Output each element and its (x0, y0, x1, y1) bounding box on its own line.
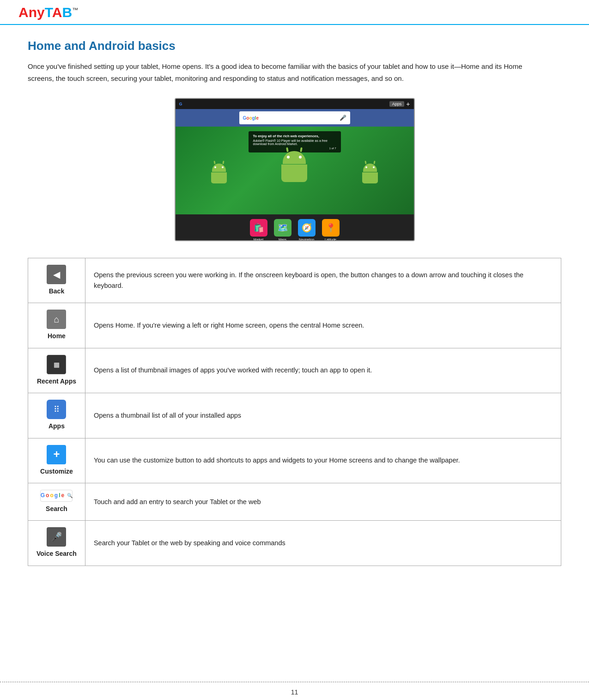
feature-table: ◀ Back Opens the previous screen you wer… (28, 258, 561, 566)
app-icon-maps: 🗺️ Maps (274, 219, 291, 241)
plus-icon: + (406, 100, 410, 108)
voice-search-icon: 🎤 (47, 527, 66, 547)
recent-apps-description: Opens a list of thumbnail images of apps… (85, 348, 561, 393)
apps-button-status: Apps (389, 101, 405, 107)
android-robot-center (276, 151, 313, 195)
table-row: ⠿ Apps Opens a thumbnail list of all of … (28, 393, 561, 438)
back-label: Back (36, 286, 77, 296)
recent-apps-icon: ▦ (47, 355, 66, 374)
market-label: Market (254, 238, 263, 241)
voice-search-description: Search your Tablet or the web by speakin… (85, 521, 561, 566)
icon-cell-voice-search: 🎤 Voice Search (28, 521, 85, 566)
header: AnyTAB™ (0, 0, 589, 25)
search-area: Google 🎤 (176, 109, 414, 127)
table-row: ▦ Recent Apps Opens a list of thumbnail … (28, 348, 561, 393)
screenshot-container: G Apps + Google 🎤 To (28, 98, 561, 241)
screenshot-image: G Apps + Google 🎤 To (175, 98, 415, 241)
logo: AnyTAB™ (18, 5, 78, 20)
icon-cell-recent-apps: ▦ Recent Apps (28, 348, 85, 393)
main-content: Home and Android basics Once you've fini… (0, 25, 589, 603)
home-icon: ⌂ (47, 310, 66, 329)
google-logo-small: G (179, 102, 182, 106)
notif-body: Adobe® Flash® 10 Player will be availabl… (253, 139, 336, 146)
home-label: Home (36, 331, 77, 341)
status-bar: G Apps + (176, 99, 414, 109)
mic-icon: 🎤 (340, 115, 346, 121)
icon-cell-apps: ⠿ Apps (28, 393, 85, 438)
recent-apps-label: Recent Apps (36, 376, 77, 386)
icon-cell-home: ⌂ Home (28, 303, 85, 348)
search-bar: Google 🎤 (239, 111, 350, 124)
table-row: ◀ Back Opens the previous screen you wer… (28, 258, 561, 303)
icon-cell-customize: + Customize (28, 438, 85, 483)
app-icon-navigation: 🧭 Navigation (298, 219, 316, 241)
android-robot-left (207, 164, 231, 191)
intro-paragraph: Once you've finished setting up your tab… (28, 61, 536, 84)
apps-description: Opens a thumbnail list of all of your in… (85, 393, 561, 438)
customize-description: You can use the customize button to add … (85, 438, 561, 483)
page-title: Home and Android basics (28, 39, 561, 53)
notif-title: To enjoy all of the rich web experiences… (253, 134, 336, 138)
notif-counter: 1 of 7 (253, 147, 336, 150)
voice-search-label: Voice Search (36, 548, 77, 559)
table-row: ⌂ Home Opens Home. If you're viewing a l… (28, 303, 561, 348)
android-robot-right (358, 164, 382, 191)
customize-icon: + (47, 445, 66, 464)
latitude-label: Latitude (325, 238, 336, 241)
home-description: Opens Home. If you're viewing a left or … (85, 303, 561, 348)
search-icon: Google 🔍 (40, 490, 73, 502)
icon-cell-search: Google 🔍 Search (28, 483, 85, 520)
navigation-label: Navigation (299, 238, 314, 241)
icon-cell-back: ◀ Back (28, 258, 85, 303)
apps-label: Apps (36, 421, 77, 431)
status-bar-right: Apps + (389, 100, 410, 108)
search-label: Search (36, 504, 77, 514)
apps-icon: ⠿ (47, 400, 66, 419)
table-body: ◀ Back Opens the previous screen you wer… (28, 258, 561, 566)
back-description: Opens the previous screen you were worki… (85, 258, 561, 303)
notification-popup: To enjoy all of the rich web experiences… (249, 131, 341, 152)
android-screen-body: To enjoy all of the rich web experiences… (176, 127, 414, 214)
table-row: Google 🔍 Search Touch and add an entry t… (28, 483, 561, 520)
page-number: 11 (291, 688, 298, 696)
back-icon: ◀ (47, 265, 66, 284)
footer: 11 (0, 682, 589, 700)
app-icons-row: 🛍️ Market 🗺️ Maps 🧭 Navigation 📍 Latitud… (176, 214, 414, 241)
table-row: 🎤 Voice Search Search your Tablet or the… (28, 521, 561, 566)
table-row: + Customize You can use the customize bu… (28, 438, 561, 483)
status-bar-left: G (179, 102, 182, 106)
maps-label: Maps (279, 238, 286, 241)
search-description: Touch and add an entry to search your Ta… (85, 483, 561, 520)
customize-label: Customize (36, 466, 77, 476)
app-icon-latitude: 📍 Latitude (322, 219, 340, 241)
app-icon-market: 🛍️ Market (250, 219, 267, 241)
